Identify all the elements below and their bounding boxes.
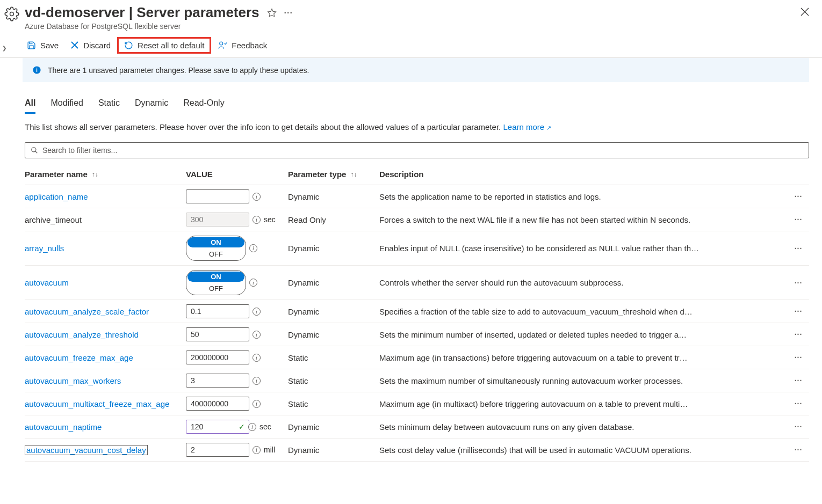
parameter-description: Controls whether the server should run t…: [379, 278, 788, 287]
row-actions-icon[interactable]: ···: [788, 307, 809, 316]
col-parameter-type[interactable]: Parameter type ↑↓: [288, 170, 379, 179]
value-input[interactable]: [186, 189, 249, 203]
parameter-description: Enables input of NULL (case insensitive)…: [379, 244, 788, 253]
info-icon: [32, 65, 41, 75]
parameter-name-link[interactable]: array_nulls: [25, 244, 64, 253]
search-box[interactable]: [25, 142, 809, 158]
parameter-name-link[interactable]: autovacuum_analyze_scale_factor: [25, 307, 149, 316]
save-button[interactable]: Save: [27, 41, 59, 50]
parameter-type: Dynamic: [288, 330, 379, 339]
value-input[interactable]: [186, 443, 249, 457]
info-icon[interactable]: i: [248, 423, 256, 431]
info-icon[interactable]: i: [253, 377, 261, 385]
svg-marker-1: [268, 9, 276, 16]
row-actions-icon[interactable]: ···: [788, 445, 809, 454]
sort-icon: ↑↓: [350, 171, 357, 178]
value-input[interactable]: [186, 397, 249, 411]
table-header: Parameter name ↑↓ VALUE Parameter type ↑…: [25, 164, 809, 185]
parameter-description: Maximum age (in multixact) before trigge…: [379, 399, 788, 408]
table-row: autovacuum_analyze_thresholdiDynamicSets…: [25, 323, 809, 346]
search-input[interactable]: [42, 146, 803, 155]
row-actions-icon[interactable]: ···: [788, 192, 809, 201]
row-actions-icon[interactable]: ···: [788, 422, 809, 431]
value-input[interactable]: [186, 327, 249, 341]
info-icon[interactable]: i: [253, 331, 261, 339]
parameter-name-link[interactable]: autovacuum_vacuum_cost_delay: [25, 445, 148, 455]
svg-point-0: [10, 12, 14, 16]
row-actions-icon[interactable]: ···: [788, 376, 809, 385]
table-row: archive_timeoutisecRead OnlyForces a swi…: [25, 208, 809, 231]
col-value[interactable]: VALUE: [186, 170, 288, 179]
parameter-description: Specifies a fraction of the table size t…: [379, 307, 788, 316]
value-input: [186, 213, 249, 227]
row-actions-icon[interactable]: ···: [788, 279, 809, 287]
parameter-type: Dynamic: [288, 307, 379, 316]
parameter-description: Sets cost delay value (milliseconds) tha…: [379, 445, 788, 455]
value-input[interactable]: [186, 420, 249, 434]
info-icon[interactable]: i: [249, 244, 257, 252]
parameter-description: Sets the maximum number of simultaneousl…: [379, 376, 788, 385]
table-row: autovacuum_naptime✓isecDynamicSets minim…: [25, 415, 809, 439]
tab-all[interactable]: All: [25, 98, 35, 114]
description-text: This list shows all server parameters. P…: [0, 114, 822, 132]
info-icon[interactable]: i: [253, 193, 261, 201]
close-icon[interactable]: [801, 8, 809, 16]
info-icon[interactable]: i: [253, 216, 261, 224]
table-row: autovacuum_freeze_max_ageiStaticMaximum …: [25, 346, 809, 369]
info-icon[interactable]: i: [253, 400, 261, 408]
row-actions-icon[interactable]: ···: [788, 215, 809, 224]
parameter-name-link[interactable]: autovacuum_multixact_freeze_max_age: [25, 399, 169, 408]
feedback-button[interactable]: Feedback: [218, 40, 267, 50]
svg-rect-8: [37, 69, 37, 72]
row-actions-icon[interactable]: ···: [788, 353, 809, 362]
info-icon[interactable]: i: [253, 308, 261, 316]
row-actions-icon[interactable]: ···: [788, 399, 809, 408]
parameter-name-link[interactable]: autovacuum: [25, 278, 69, 287]
expand-chevron-icon[interactable]: ❯: [2, 45, 6, 51]
parameter-name-link[interactable]: autovacuum_max_workers: [25, 376, 121, 385]
row-actions-icon[interactable]: ···: [788, 244, 809, 253]
value-input[interactable]: [186, 304, 249, 318]
tab-readonly[interactable]: Read-Only: [183, 98, 224, 114]
table-row: application_nameiDynamicSets the applica…: [25, 185, 809, 208]
value-input[interactable]: [186, 350, 249, 364]
favorite-star-icon[interactable]: [267, 8, 277, 18]
learn-more-link[interactable]: Learn more ↗: [503, 122, 551, 132]
unit-label: sec: [259, 422, 275, 431]
col-description[interactable]: Description: [379, 170, 788, 179]
reset-icon: [124, 41, 133, 50]
breadcrumb: Azure Database for PostgreSQL flexible s…: [25, 22, 795, 31]
row-actions-icon[interactable]: ···: [788, 330, 809, 339]
toggle-switch[interactable]: ONOFF: [186, 236, 246, 261]
page-title: vd-demoserver | Server parameters: [25, 4, 259, 21]
parameter-name-link[interactable]: autovacuum_freeze_max_age: [25, 353, 133, 362]
parameter-name-link[interactable]: autovacuum_analyze_threshold: [25, 330, 139, 339]
svg-point-6: [220, 42, 223, 45]
discard-button[interactable]: Discard: [70, 41, 111, 50]
parameter-name-link: archive_timeout: [25, 215, 82, 224]
info-icon[interactable]: i: [253, 354, 261, 362]
parameter-type: Read Only: [288, 215, 379, 224]
more-menu-icon[interactable]: ···: [284, 8, 293, 18]
unit-label: sec: [264, 215, 279, 224]
info-icon[interactable]: i: [249, 279, 257, 287]
col-parameter-name[interactable]: Parameter name ↑↓: [25, 170, 186, 179]
info-icon[interactable]: i: [253, 446, 261, 454]
save-icon: [27, 41, 36, 50]
feedback-icon: [218, 40, 227, 50]
tab-static[interactable]: Static: [98, 98, 120, 114]
parameter-description: Forces a switch to the next WAL file if …: [379, 215, 788, 224]
svg-point-10: [32, 148, 36, 152]
gear-icon: [4, 6, 19, 21]
parameter-type: Static: [288, 399, 379, 408]
toggle-switch[interactable]: ONOFF: [186, 270, 246, 295]
value-input[interactable]: [186, 374, 249, 388]
table-row: autovacuum_max_workersiStaticSets the ma…: [25, 369, 809, 392]
tab-dynamic[interactable]: Dynamic: [135, 98, 168, 114]
unit-label: mill: [264, 445, 279, 454]
tab-modified[interactable]: Modified: [51, 98, 83, 114]
parameter-name-link[interactable]: autovacuum_naptime: [25, 422, 102, 432]
search-icon: [31, 147, 38, 154]
reset-all-button[interactable]: Reset all to default: [124, 41, 204, 50]
parameter-name-link[interactable]: application_name: [25, 192, 88, 201]
